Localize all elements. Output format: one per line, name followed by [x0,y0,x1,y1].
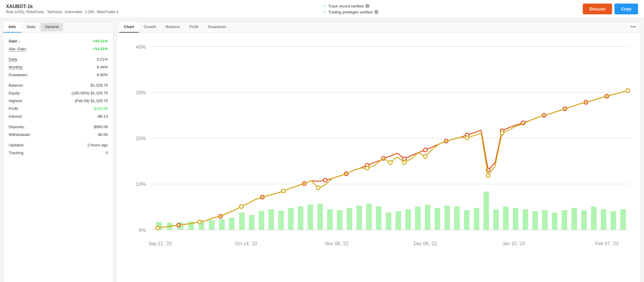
svg-point-95 [402,161,406,165]
svg-point-99 [500,131,504,135]
monthly-label: Monthly: [9,65,23,69]
svg-rect-58 [571,208,577,230]
chart-tab-drawdown[interactable]: Drawdown [203,22,231,33]
chart-area: 40% 30% 20% 10% 0% Sep 21, '22 Oct 14, '… [117,33,641,282]
svg-point-88 [156,226,160,230]
info-content: Gain : +34.31% Abs. Gain: +34.31% Daily … [3,33,113,161]
gain-label: Gain : [9,39,20,43]
discuss-button[interactable]: Discuss [583,4,612,14]
deposits-value: $990.09 [94,125,108,129]
svg-text:Sep 21, '22: Sep 21, '22 [148,241,171,246]
svg-point-97 [465,136,469,140]
svg-rect-38 [376,206,382,230]
tab-stats[interactable]: Stats [21,22,41,33]
svg-rect-21 [209,220,214,230]
chart-container: 40% 30% 20% 10% 0% Sep 21, '22 Oct 14, '… [123,37,635,280]
account-title: XAUBOT-1k [6,4,118,9]
balance-value: $1,329.75 [91,83,108,88]
svg-text:Oct 14, '22: Oct 14, '22 [235,241,257,246]
svg-point-76 [402,157,406,161]
svg-rect-36 [356,206,362,230]
more-options-icon[interactable]: ••• [628,22,638,33]
profit-value: $339.66 [94,106,108,111]
daily-value: 0.21% [97,57,108,62]
svg-rect-50 [493,209,499,230]
info-icon-trading[interactable]: i [374,10,378,14]
svg-rect-33 [327,209,333,230]
chart-tab-profit[interactable]: Profit [185,22,203,33]
highest-value: (Feb 09) $1,329.75 [75,99,108,103]
updated-value: 2 hours ago [87,143,108,147]
tracking-value: 0 [106,151,108,155]
svg-rect-19 [188,221,194,230]
right-panel: Chart Growth Balance Profit Drawdown •••… [116,21,641,282]
left-panel: Info Stats General Gain : +34.31% Abs. G… [3,21,114,282]
copy-button[interactable]: Copy [614,4,638,14]
svg-text:10%: 10% [136,181,146,187]
svg-point-93 [365,166,369,170]
svg-rect-56 [552,212,558,230]
svg-text:30%: 30% [136,90,146,96]
svg-rect-29 [288,208,294,230]
svg-rect-51 [503,206,509,230]
account-info: XAUBOT-1k Real (USD), RoboForex , Techni… [6,4,118,14]
updated-row: Updated 2 hours ago [9,141,108,149]
svg-rect-55 [542,210,548,230]
svg-rect-26 [259,211,264,230]
svg-rect-35 [346,208,352,230]
abs-gain-label: Abs. Gain: [9,47,27,51]
interest-label: Interest [9,114,22,119]
svg-text:20%: 20% [136,135,146,141]
svg-text:Nov 08, '22: Nov 08, '22 [325,241,349,246]
chart-svg: 40% 30% 20% 10% 0% Sep 21, '22 Oct 14, '… [123,37,635,280]
abs-gain-row: Abs. Gain: +34.31% [9,45,108,53]
svg-point-94 [389,161,392,165]
svg-text:0%: 0% [139,227,146,233]
chart-tab-growth[interactable]: Growth [139,22,161,33]
updated-label: Updated [9,143,23,147]
trading-privileges-verified: ✓ Trading privileges verified i [323,10,378,14]
svg-rect-61 [601,209,606,230]
balance-label: Balance: [9,83,24,88]
svg-rect-42 [415,206,421,230]
chart-tab-chart[interactable]: Chart [119,22,139,33]
svg-rect-46 [454,206,460,230]
chart-tab-balance[interactable]: Balance [161,22,185,33]
page-header: XAUBOT-1k Real (USD), RoboForex , Techni… [0,0,644,18]
svg-text:40%: 40% [136,44,146,50]
interest-row: Interest -$9.13 [9,113,108,120]
svg-point-96 [424,155,427,159]
svg-rect-54 [532,211,538,230]
svg-rect-31 [308,205,313,230]
withdrawals-label: Withdrawals: [9,132,31,137]
svg-rect-40 [395,211,401,230]
svg-rect-59 [581,210,587,230]
monthly-value: 6.44% [97,65,108,69]
tab-general[interactable]: General [41,23,63,31]
svg-point-98 [486,174,490,178]
abs-gain-value: +34.31% [92,47,108,51]
gain-row: Gain : +34.31% [9,37,108,45]
svg-rect-48 [474,208,479,230]
drawdown-value: 6.60% [97,73,108,77]
svg-rect-57 [562,210,567,230]
svg-rect-47 [464,210,470,230]
withdrawals-value: $0.00 [98,132,108,137]
svg-rect-24 [239,212,245,230]
svg-point-89 [198,220,201,224]
info-icon-track[interactable]: i [365,4,369,8]
svg-rect-27 [269,209,274,230]
svg-rect-44 [435,208,440,230]
svg-rect-22 [219,219,225,230]
svg-rect-63 [620,209,626,230]
svg-rect-28 [278,211,284,230]
daily-row: Daily 0.21% [9,56,108,63]
svg-rect-43 [425,205,430,230]
profit-row: Profit: $339.66 [9,105,108,112]
tab-info[interactable]: Info [3,22,21,33]
deposits-row: Deposits: $990.09 [9,123,108,131]
svg-point-77 [424,148,427,152]
svg-rect-23 [229,218,234,230]
left-tabs: Info Stats General [3,22,113,33]
check-icon-trading: ✓ [323,10,326,14]
